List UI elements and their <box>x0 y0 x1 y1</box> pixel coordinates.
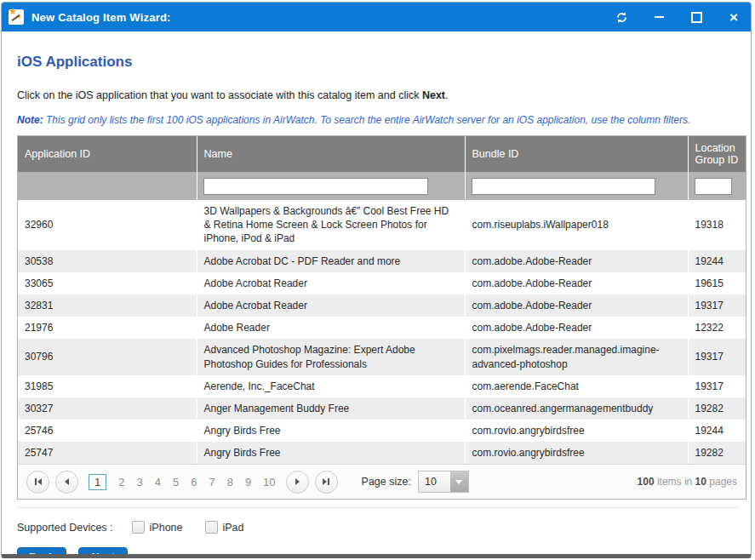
applications-grid: Application ID Name Bundle ID Location G… <box>17 135 746 500</box>
supported-devices-label: Supported Devices : <box>17 522 113 534</box>
checkbox-icon[interactable] <box>205 521 218 534</box>
window-title: New Catalog Item Wizard: <box>31 11 171 24</box>
table-row[interactable]: 30327 Anger Management Buddy Free com.oc… <box>18 397 746 420</box>
next-button[interactable]: Next <box>78 547 128 558</box>
table-row[interactable]: 25746 Angry Birds Free com.rovio.angrybi… <box>18 420 746 442</box>
table-row[interactable]: 30538 Adobe Acrobat DC - PDF Reader and … <box>18 250 746 272</box>
table-row[interactable]: 31985 Aerende, Inc._FaceChat com.aerende… <box>18 375 746 397</box>
last-page-button[interactable] <box>315 471 338 494</box>
page-number-1[interactable]: 1 <box>89 474 106 490</box>
page-number-6[interactable]: 6 <box>191 476 197 489</box>
name-filter-input[interactable] <box>203 178 428 195</box>
page-number-9[interactable]: 9 <box>245 476 251 489</box>
table-row[interactable]: 33065 Adobe Acrobat Reader com.adobe.Ado… <box>18 272 746 294</box>
footer-section: Supported Devices : iPhone iPad Back Nex… <box>17 507 739 558</box>
checkbox-icon[interactable] <box>132 521 145 534</box>
column-header-bundle-id[interactable]: Bundle ID <box>465 136 688 172</box>
page-size-label: Page size: <box>362 476 411 488</box>
note-text: Note: This grid only lists the first 100… <box>17 114 739 126</box>
iphone-checkbox[interactable]: iPhone <box>132 521 183 534</box>
first-page-icon <box>35 478 37 485</box>
table-row[interactable]: 32831 Adobe Acrobat Reader com.adobe.Ado… <box>18 294 746 317</box>
pager-bar: 1 2 3 4 5 6 7 8 9 10 Pag <box>18 464 746 499</box>
first-page-button[interactable] <box>26 471 49 494</box>
previous-page-icon <box>65 478 69 485</box>
minimize-icon[interactable] <box>652 10 666 24</box>
location-group-filter-input[interactable] <box>695 178 732 195</box>
applications-table: Application ID Name Bundle ID Location G… <box>18 136 746 464</box>
page-number-3[interactable]: 3 <box>136 476 142 489</box>
page-size-dropdown[interactable]: 10 <box>418 471 469 493</box>
bundle-id-filter-input[interactable] <box>472 178 655 195</box>
last-page-icon <box>323 478 327 485</box>
next-page-icon <box>295 478 300 485</box>
filter-row <box>18 172 746 200</box>
page-number-8[interactable]: 8 <box>227 476 233 489</box>
column-header-location-group-id[interactable]: Location Group ID <box>688 136 746 172</box>
previous-page-button[interactable] <box>55 471 78 494</box>
title-bar[interactable]: ★ ★ New Catalog Item Wizard: × <box>2 3 751 31</box>
page-title: iOS Applications <box>17 54 739 71</box>
wizard-stars-icon: ★ ★ <box>9 9 24 25</box>
page-number-5[interactable]: 5 <box>173 476 179 489</box>
column-header-application-id[interactable]: Application ID <box>18 136 197 172</box>
table-row[interactable]: 32960 3D Wallpapers & Backgrounds â€” Co… <box>18 200 746 250</box>
close-icon[interactable]: × <box>727 10 741 24</box>
table-row[interactable]: 21976 Adobe Reader com.adobe.Adobe-Reade… <box>18 317 746 339</box>
page-number-2[interactable]: 2 <box>118 476 124 489</box>
pager-summary: 100 items in 10 pages <box>638 476 737 488</box>
table-header-row: Application ID Name Bundle ID Location G… <box>18 136 746 172</box>
refresh-icon[interactable] <box>615 10 628 24</box>
maximize-icon[interactable] <box>689 10 703 24</box>
page-number-7[interactable]: 7 <box>209 476 214 489</box>
table-row[interactable]: 25747 Angry Birds Free com.rovio.angrybi… <box>18 442 746 464</box>
page-size-value: 10 <box>419 471 450 492</box>
table-row[interactable]: 30796 Advanced Photoshop Magazine: Exper… <box>18 339 746 374</box>
chevron-down-icon[interactable] <box>450 471 468 492</box>
next-page-button[interactable] <box>286 471 309 494</box>
page-number-10[interactable]: 10 <box>263 476 275 489</box>
page-number-4[interactable]: 4 <box>155 476 161 489</box>
page-number-list: 1 2 3 4 5 6 7 8 9 10 <box>89 474 276 490</box>
back-button[interactable]: Back <box>17 547 66 558</box>
ipad-checkbox[interactable]: iPad <box>205 521 244 534</box>
wizard-window: ★ ★ New Catalog Item Wizard: × iOS Appli… <box>1 2 752 558</box>
column-header-name[interactable]: Name <box>197 136 465 172</box>
instruction-text: Click on the iOS application that you wa… <box>17 89 739 101</box>
